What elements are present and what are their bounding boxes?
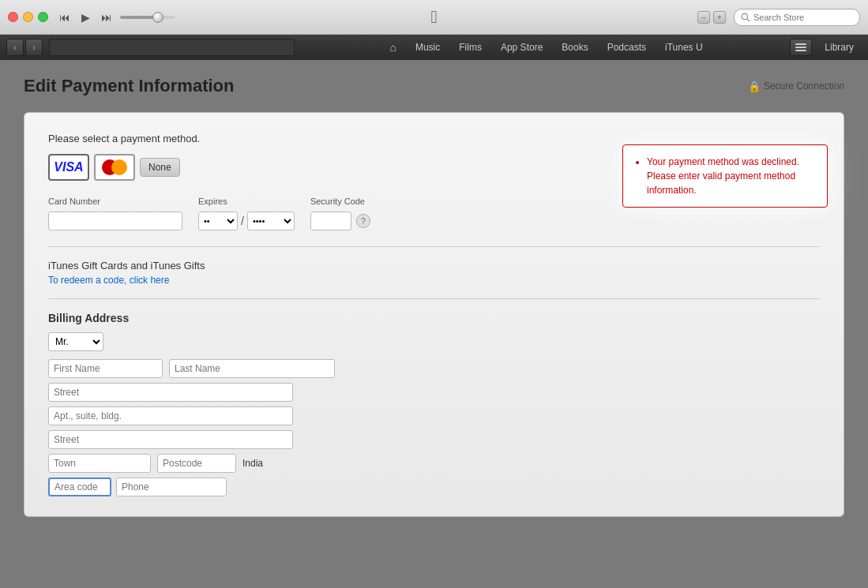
title-select[interactable]: Mr. Mrs. Ms. Dr.: [48, 332, 103, 351]
main-content: Edit Payment Information 🔒 Secure Connec…: [0, 60, 868, 588]
search-input[interactable]: [753, 13, 848, 22]
gift-title: iTunes Gift Cards and iTunes Gifts: [48, 260, 820, 272]
apt-input[interactable]: [48, 406, 293, 425]
phone-row: [48, 478, 820, 496]
play-button[interactable]: ▶: [78, 9, 93, 25]
page-header: Edit Payment Information 🔒 Secure Connec…: [24, 76, 844, 96]
transport-controls: ⏮ ▶ ⏭: [56, 9, 175, 25]
nav-forward-button[interactable]: ›: [25, 39, 43, 56]
menu-line-2: [795, 47, 806, 48]
window-controls-right: – +: [697, 11, 726, 24]
rewind-button[interactable]: ⏮: [56, 9, 73, 25]
phone-input[interactable]: [116, 478, 227, 496]
nav-itunes-u[interactable]: iTunes U: [656, 39, 712, 56]
card-number-input[interactable]: [48, 212, 182, 230]
svg-line-1: [747, 18, 750, 21]
form-container: Your payment method was declined. Please…: [24, 112, 844, 517]
gift-redeem-link[interactable]: To redeem a code, click here: [48, 275, 169, 286]
slash-divider: /: [241, 215, 244, 227]
country-label: India: [242, 458, 263, 469]
fast-forward-button[interactable]: ⏭: [98, 9, 115, 25]
security-row: ?: [310, 212, 370, 230]
nav-films[interactable]: Films: [449, 39, 491, 56]
security-code-label: Security Code: [310, 197, 370, 206]
traffic-lights: [8, 12, 48, 22]
maximize-button[interactable]: [38, 12, 48, 22]
help-icon[interactable]: ?: [356, 214, 370, 228]
town-row: India: [48, 454, 820, 473]
home-icon: ⌂: [389, 41, 396, 54]
card-number-label: Card Number: [48, 197, 182, 206]
menu-line-1: [795, 43, 806, 45]
nav-books[interactable]: Books: [552, 39, 597, 56]
expires-row: •• / ••••: [198, 212, 295, 230]
library-button[interactable]: Library: [817, 39, 862, 56]
nav-podcasts[interactable]: Podcasts: [598, 39, 656, 56]
nav-breadcrumb: [49, 39, 295, 56]
close-button[interactable]: [8, 12, 18, 22]
volume-slider[interactable]: [120, 16, 175, 19]
expires-group: Expires •• / ••••: [198, 197, 295, 230]
title-bar: ⏮ ▶ ⏭  – +: [0, 0, 868, 35]
apple-icon: : [430, 7, 437, 28]
search-box[interactable]: [734, 9, 860, 26]
last-name-input[interactable]: [169, 359, 335, 378]
mc-yellow-circle: [111, 159, 127, 175]
nav-music[interactable]: Music: [406, 39, 449, 56]
secure-label: Secure Connection: [764, 81, 844, 92]
expires-month-select[interactable]: ••: [198, 212, 238, 230]
name-row: [48, 359, 820, 378]
mastercard-button[interactable]: [94, 154, 135, 181]
page-title: Edit Payment Information: [24, 76, 234, 96]
street2-input[interactable]: [48, 430, 293, 449]
error-box: Your payment method was declined. Please…: [622, 144, 828, 208]
nav-home[interactable]: ⌂: [380, 38, 405, 57]
payment-method-label: Please select a payment method.: [48, 133, 820, 144]
search-area: [734, 9, 860, 26]
visa-logo: VISA: [54, 160, 83, 174]
search-icon: [741, 13, 750, 22]
itunes-logo: : [265, 0, 604, 35]
security-code-group: Security Code ?: [310, 197, 370, 230]
volume-knob: [152, 12, 163, 23]
visa-button[interactable]: VISA: [48, 154, 89, 181]
minimize-icon[interactable]: –: [697, 11, 710, 24]
expires-year-select[interactable]: ••••: [247, 212, 295, 230]
nav-right: Library: [790, 39, 862, 56]
error-message: Your payment method was declined. Please…: [647, 155, 816, 197]
expires-label: Expires: [198, 197, 295, 206]
nav-menu-button[interactable]: [790, 39, 812, 56]
postcode-input[interactable]: [157, 454, 236, 473]
billing-section: Billing Address Mr. Mrs. Ms. Dr. India: [48, 312, 820, 496]
nav-arrows: ‹ ›: [6, 39, 43, 56]
mastercard-logo: [102, 159, 127, 175]
none-button[interactable]: None: [140, 158, 180, 177]
card-number-group: Card Number: [48, 197, 182, 230]
street1-input[interactable]: [48, 383, 293, 402]
town-input[interactable]: [48, 454, 151, 473]
divider-1: [48, 246, 820, 247]
maximize-icon[interactable]: +: [713, 11, 726, 24]
error-list: Your payment method was declined. Please…: [634, 155, 816, 197]
minimize-button[interactable]: [23, 12, 33, 22]
area-code-input[interactable]: [48, 478, 111, 496]
billing-title: Billing Address: [48, 312, 820, 324]
first-name-input[interactable]: [48, 359, 163, 378]
divider-2: [48, 298, 820, 299]
menu-line-3: [795, 50, 806, 51]
security-code-input[interactable]: [310, 212, 351, 230]
lock-icon: 🔒: [748, 81, 761, 92]
gift-section: iTunes Gift Cards and iTunes Gifts To re…: [48, 260, 820, 286]
nav-app-store[interactable]: App Store: [491, 39, 552, 56]
nav-bar: ‹ › ⌂ Music Films App Store Books Podcas…: [0, 35, 868, 60]
secure-connection: 🔒 Secure Connection: [748, 81, 844, 92]
nav-back-button[interactable]: ‹: [6, 39, 24, 56]
nav-links: ⌂ Music Films App Store Books Podcasts i…: [302, 38, 791, 57]
